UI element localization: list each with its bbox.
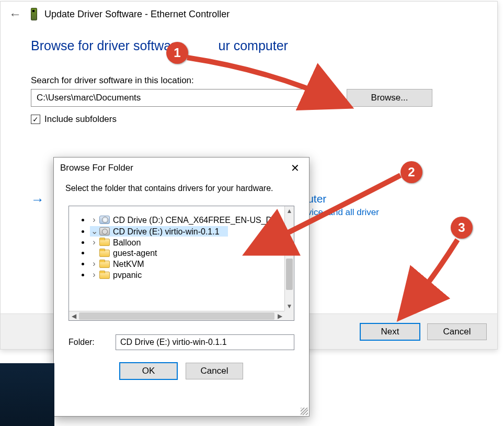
scroll-up-icon[interactable]: ▲ <box>285 206 294 216</box>
tree-item-label: CD Drive (D:) CENA_X64FREE_EN-US_DV <box>113 216 278 225</box>
bff-message: Select the folder that contains drivers … <box>54 178 309 201</box>
cancel-button[interactable]: Cancel <box>427 323 487 340</box>
tree-item-label: NetKVM <box>113 260 144 268</box>
tree-collapsed-icon[interactable]: › <box>90 238 98 247</box>
folder-icon <box>99 260 110 268</box>
folder-icon <box>99 249 110 257</box>
wizard-title-bar: ← Update Driver Software - Ethernet Cont… <box>1 2 497 23</box>
tree-item-label: CD Drive (E:) virtio-win-0.1.1 <box>113 227 220 236</box>
driver-icon <box>30 7 37 21</box>
scroll-right-icon[interactable]: ▶ <box>275 312 284 320</box>
tree-vertical-scrollbar[interactable]: ▲ ▼ <box>284 206 294 311</box>
tree-item[interactable]: guest-agent <box>90 248 284 259</box>
search-path-combobox[interactable]: C:\Users\marc\Documents ▼ <box>31 89 337 107</box>
heading-suffix: ur computer <box>219 38 288 53</box>
page-heading: Browse for driver software on your compu… <box>31 38 467 53</box>
search-path-value: C:\Users\marc\Documents <box>37 93 141 103</box>
scroll-left-icon[interactable]: ◀ <box>69 312 78 320</box>
tree-expanded-icon[interactable]: ⌄ <box>90 226 98 236</box>
tree-item[interactable]: ›Balloon <box>90 237 284 248</box>
tree-collapsed-icon[interactable]: › <box>90 259 98 268</box>
arrow-right-icon: → <box>31 192 44 218</box>
scroll-down-icon[interactable]: ▼ <box>285 301 294 311</box>
tree-item[interactable]: ›pvpanic <box>90 270 284 281</box>
disc-drive-icon <box>99 227 110 236</box>
chevron-down-icon[interactable]: ▼ <box>325 93 333 101</box>
folder-label: Folder: <box>68 338 105 347</box>
wizard-title: Update Driver Software - Ethernet Contro… <box>44 9 230 20</box>
annotation-callout-1: 1 <box>166 42 188 64</box>
tree-item[interactable]: ›CD Drive (D:) CENA_X64FREE_EN-US_DV <box>90 215 284 226</box>
folder-icon <box>99 238 110 246</box>
browse-for-folder-dialog: Browse For Folder ✕ Select the folder th… <box>53 157 310 417</box>
tree-collapsed-icon[interactable]: › <box>90 215 98 225</box>
next-button[interactable]: Next <box>360 323 420 340</box>
scroll-thumb[interactable] <box>286 259 293 290</box>
resize-grip-icon[interactable] <box>301 408 308 415</box>
cd-drive-icon <box>99 216 110 224</box>
bff-title: Browse For Folder <box>60 163 133 173</box>
tree-item-label: pvpanic <box>113 271 142 279</box>
tree-collapsed-icon[interactable]: › <box>90 270 98 279</box>
heading-prefix: Browse for driver software <box>31 38 186 53</box>
bff-cancel-button[interactable]: Cancel <box>186 363 243 379</box>
include-subfolders-label: Include subfolders <box>44 114 117 125</box>
folder-icon <box>99 271 110 279</box>
browse-button[interactable]: Browse... <box>347 89 432 107</box>
hscroll-track[interactable] <box>79 312 274 320</box>
folder-input[interactable] <box>116 334 294 350</box>
bff-ok-button[interactable]: OK <box>120 363 177 379</box>
tree-item-label: Balloon <box>113 238 141 246</box>
annotation-callout-2: 2 <box>400 161 422 183</box>
background-dark-strip <box>0 363 54 426</box>
back-arrow-icon[interactable]: ← <box>8 7 22 21</box>
close-icon[interactable]: ✕ <box>287 162 303 174</box>
tree-item-label: guest-agent <box>113 249 157 257</box>
annotation-callout-3: 3 <box>451 217 473 239</box>
tree-item[interactable]: ›NetKVM <box>90 259 284 270</box>
folder-tree[interactable]: ›CD Drive (D:) CENA_X64FREE_EN-US_DV⌄CD … <box>68 206 294 321</box>
tree-horizontal-scrollbar[interactable]: ◀ ▶ <box>69 311 284 320</box>
include-subfolders-checkbox[interactable]: ✓ <box>31 115 40 124</box>
search-location-label: Search for driver software in this locat… <box>31 75 467 86</box>
tree-item[interactable]: ⌄CD Drive (E:) virtio-win-0.1.1 <box>90 226 284 237</box>
